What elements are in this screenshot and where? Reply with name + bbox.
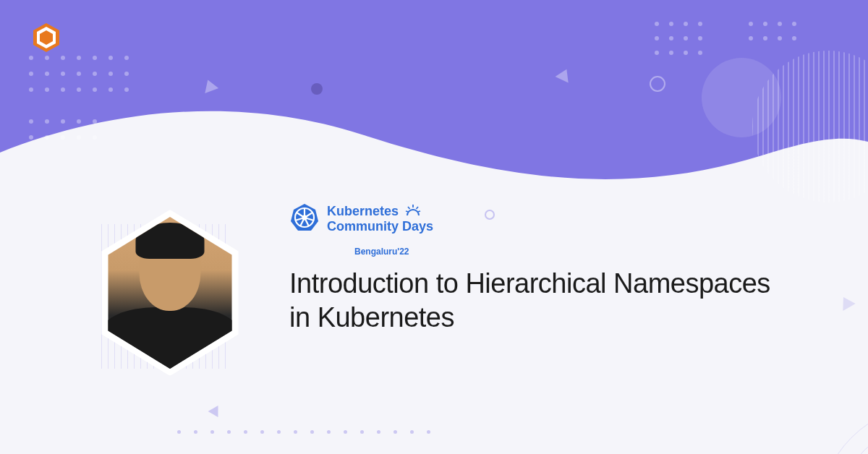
- svg-point-28: [93, 119, 97, 124]
- svg-point-10: [29, 72, 33, 76]
- svg-point-21: [93, 87, 97, 92]
- decoration-soft-circle: [702, 58, 781, 137]
- svg-point-40: [684, 36, 688, 40]
- svg-point-27: [77, 119, 81, 124]
- svg-point-24: [29, 119, 33, 124]
- sun-icon: [404, 202, 422, 220]
- event-org-line2: Community Days: [327, 220, 433, 234]
- svg-point-8: [109, 56, 113, 60]
- decoration-ring-icon: [650, 76, 665, 92]
- svg-point-16: [124, 72, 129, 76]
- svg-point-37: [698, 22, 702, 26]
- event-location: Bengaluru'22: [354, 247, 796, 257]
- svg-point-11: [45, 72, 49, 76]
- svg-point-31: [61, 135, 65, 140]
- svg-point-29: [29, 135, 33, 140]
- svg-point-38: [655, 36, 659, 40]
- svg-point-32: [77, 135, 81, 140]
- decoration-triangle-icon: [208, 403, 224, 417]
- svg-point-47: [763, 22, 767, 26]
- svg-point-25: [45, 119, 49, 124]
- svg-point-13: [77, 72, 81, 76]
- svg-point-17: [29, 87, 33, 92]
- svg-point-30: [45, 135, 49, 140]
- svg-point-3: [29, 56, 33, 60]
- content-area: Kubernetes Community Days Bengaluru'22 I…: [289, 202, 796, 335]
- svg-point-18: [45, 87, 49, 92]
- decoration-dots-top-right-2: [745, 18, 803, 47]
- svg-point-42: [655, 51, 659, 55]
- svg-point-52: [778, 36, 782, 40]
- svg-point-39: [669, 36, 673, 40]
- svg-point-14: [93, 72, 97, 76]
- brand-logo: [30, 22, 62, 53]
- event-logo: Kubernetes Community Days: [289, 202, 796, 234]
- svg-line-68: [418, 211, 421, 212]
- event-org-line1: Kubernetes: [327, 205, 399, 218]
- svg-line-67: [406, 211, 409, 212]
- svg-point-6: [77, 56, 81, 60]
- svg-point-44: [684, 51, 688, 55]
- svg-point-51: [763, 36, 767, 40]
- svg-point-36: [684, 22, 688, 26]
- svg-point-15: [109, 72, 113, 76]
- svg-point-20: [77, 87, 81, 92]
- kubernetes-icon: [289, 202, 320, 233]
- speaker-photo: [101, 217, 239, 369]
- svg-point-5: [61, 56, 65, 60]
- decoration-dot-icon: [311, 83, 323, 95]
- decoration-bottom-dots: [177, 430, 430, 434]
- svg-point-7: [93, 56, 97, 60]
- svg-point-35: [669, 22, 673, 26]
- svg-point-45: [698, 51, 702, 55]
- svg-point-4: [45, 56, 49, 60]
- svg-point-19: [61, 87, 65, 92]
- svg-line-65: [408, 207, 410, 209]
- svg-point-34: [655, 22, 659, 26]
- svg-point-23: [124, 87, 129, 92]
- decoration-dots-top-left-1: [25, 52, 134, 103]
- svg-point-63: [302, 215, 307, 220]
- svg-point-9: [124, 56, 129, 60]
- svg-point-33: [93, 135, 97, 140]
- decoration-dots-top-right-1: [651, 18, 709, 61]
- svg-point-26: [61, 119, 65, 124]
- svg-point-43: [669, 51, 673, 55]
- svg-point-12: [61, 72, 65, 76]
- svg-point-41: [698, 36, 702, 40]
- svg-point-49: [792, 22, 796, 26]
- svg-point-50: [749, 36, 753, 40]
- svg-line-66: [417, 207, 419, 209]
- decoration-dots-top-left-2: [25, 116, 105, 152]
- svg-point-46: [749, 22, 753, 26]
- svg-point-22: [109, 87, 113, 92]
- svg-point-53: [792, 36, 796, 40]
- svg-point-48: [778, 22, 782, 26]
- decoration-triangle-icon: [837, 294, 855, 311]
- talk-title: Introduction to Hierarchical Namespaces …: [289, 267, 796, 335]
